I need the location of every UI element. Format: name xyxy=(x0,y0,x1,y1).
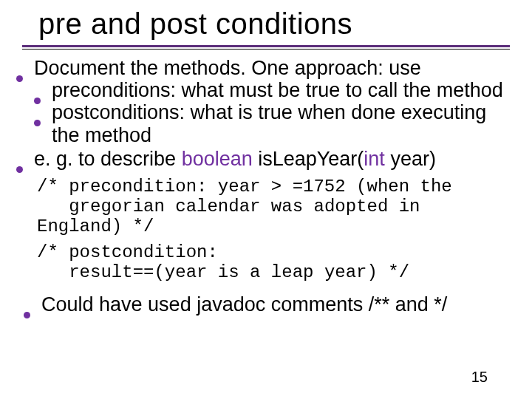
slide-title: pre and post conditions xyxy=(38,7,516,41)
bullet-icon xyxy=(24,293,41,316)
code-postcondition: /* postcondition: result==(year is a lea… xyxy=(37,243,516,283)
page-number: 15 xyxy=(471,369,488,386)
bullet-level1: Document the methods. One approach: use xyxy=(16,57,516,79)
text-fragment: isLeapYear( xyxy=(253,148,364,170)
bullet-text: e. g. to describe boolean isLeapYear(int… xyxy=(34,148,516,170)
title-underline-black xyxy=(22,49,510,50)
bullet-text: postconditions: what is true when done e… xyxy=(52,101,516,146)
bullet-level1: e. g. to describe boolean isLeapYear(int… xyxy=(16,148,516,170)
code-precondition: /* precondition: year > =1752 (when the … xyxy=(37,177,516,237)
text-fragment: year) xyxy=(385,148,436,170)
bullet-icon xyxy=(34,79,52,101)
bullet-icon xyxy=(16,57,34,79)
bullet-icon xyxy=(34,101,52,146)
bullet-text: Document the methods. One approach: use xyxy=(34,57,516,79)
title-underline-purple xyxy=(22,45,510,47)
slide-body: Document the methods. One approach: use … xyxy=(16,57,516,316)
bullet-level2: postconditions: what is true when done e… xyxy=(34,101,516,146)
bullet-level2: preconditions: what must be true to call… xyxy=(34,79,516,101)
bullet-text: preconditions: what must be true to call… xyxy=(52,79,516,101)
text-fragment: e. g. to describe xyxy=(34,148,182,170)
sub-list: preconditions: what must be true to call… xyxy=(16,79,516,146)
keyword-int: int xyxy=(364,148,385,170)
slide: pre and post conditions Document the met… xyxy=(0,0,532,399)
bullet-text: Could have used javadoc comments /** and… xyxy=(41,293,516,316)
bullet-level1: Could have used javadoc comments /** and… xyxy=(24,293,516,316)
bullet-icon xyxy=(16,148,34,170)
keyword-boolean: boolean xyxy=(182,148,253,170)
